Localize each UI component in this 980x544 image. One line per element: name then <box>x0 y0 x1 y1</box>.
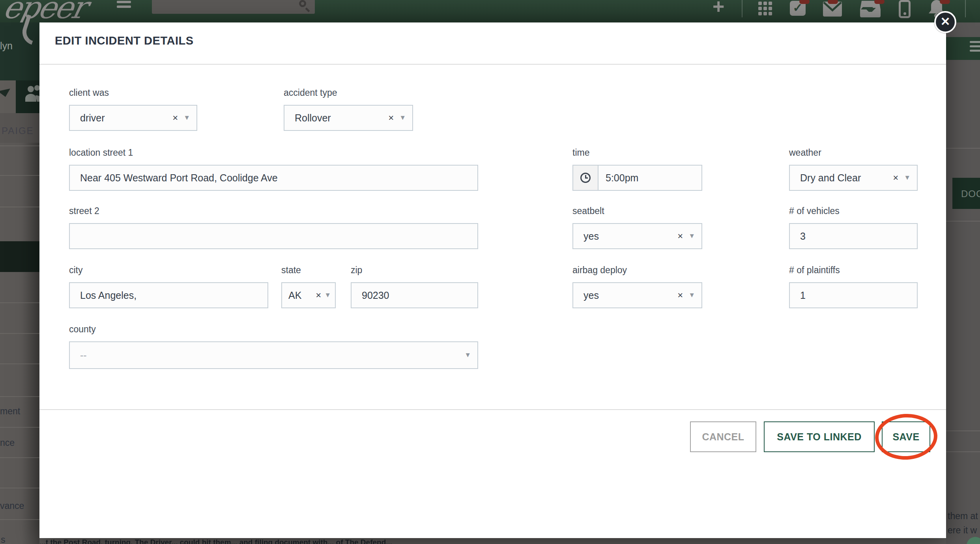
chevron-down-icon[interactable]: ▼ <box>324 291 331 299</box>
clear-icon[interactable]: × <box>893 172 898 183</box>
app-logo: epeer <box>0 0 89 22</box>
clear-icon[interactable]: × <box>388 112 394 123</box>
right-divider <box>946 148 980 149</box>
background-body-text: them at <box>948 511 978 522</box>
sidebar-divider <box>0 457 39 458</box>
time-input[interactable]: 5:00pm <box>572 165 702 191</box>
city-label: city <box>69 265 83 276</box>
notification-badge <box>828 0 838 4</box>
sidebar-divider <box>0 207 39 207</box>
background-body-text: ere it w <box>948 525 977 536</box>
sidebar-divider <box>0 396 39 397</box>
client-was-select[interactable]: driver × ▼ <box>69 105 197 131</box>
sidebar-divider <box>0 363 39 364</box>
phone-icon[interactable] <box>899 0 911 18</box>
accident-type-label: accident type <box>284 88 337 98</box>
zip-value: 90230 <box>352 290 477 301</box>
background-document-text: ...t the Post Road, turning. The Driver.… <box>39 538 946 544</box>
notification-badge <box>940 0 950 4</box>
street1-input[interactable]: Near 405 Westward Port Road, Coolidge Av… <box>69 165 478 191</box>
plaintiffs-value: 1 <box>790 290 917 301</box>
seatbelt-label: seatbelt <box>572 206 604 216</box>
right-divider <box>946 430 980 431</box>
sidebar-item[interactable]: ment <box>0 406 20 417</box>
time-value: 5:00pm <box>598 172 701 184</box>
people-icon[interactable] <box>25 85 41 102</box>
airbag-label: airbag deploy <box>572 265 627 276</box>
chevron-down-icon[interactable]: ▼ <box>688 291 695 299</box>
right-page-background <box>946 22 980 544</box>
sidebar-divider <box>0 427 39 428</box>
city-value: Los Angeles, <box>70 290 267 301</box>
sidebar <box>0 143 39 544</box>
airbag-value: yes <box>573 290 677 301</box>
hamburger-icon[interactable] <box>117 1 131 8</box>
clear-icon[interactable]: × <box>677 231 683 242</box>
modal-footer-divider <box>39 409 946 410</box>
docs-tab-label: DOC <box>961 188 980 199</box>
airbag-select[interactable]: yes × ▼ <box>572 282 702 308</box>
weather-value: Dry and Clear <box>790 172 893 184</box>
sidebar-item[interactable]: vance <box>0 501 24 511</box>
right-divider <box>946 451 980 452</box>
city-input[interactable]: Los Angeles, <box>69 282 268 308</box>
accident-type-value: Rollover <box>284 112 388 124</box>
save-to-linked-button[interactable]: SAVE TO LINKED <box>764 421 875 452</box>
annotation-circle <box>874 412 939 461</box>
search-input[interactable] <box>152 0 315 14</box>
active-tab-partial[interactable] <box>0 80 16 113</box>
chevron-down-icon[interactable]: ▼ <box>464 351 471 359</box>
background-document-strip: ...t the Post Road, turning. The Driver.… <box>39 537 946 544</box>
screen: epeer + ✓ ly <box>0 0 980 544</box>
tab-paige[interactable]: PAIGE <box>2 125 34 136</box>
clear-icon[interactable]: × <box>677 290 683 301</box>
vehicles-value: 3 <box>790 231 917 242</box>
clock-icon-cell[interactable] <box>573 166 598 190</box>
app-header: epeer + ✓ <box>0 0 980 22</box>
seatbelt-select[interactable]: yes × ▼ <box>572 223 702 249</box>
clear-icon[interactable]: × <box>316 290 321 301</box>
time-label: time <box>572 147 589 158</box>
client-was-label: client was <box>69 88 109 98</box>
vehicles-input[interactable]: 3 <box>789 223 918 249</box>
street2-label: street 2 <box>69 206 99 216</box>
sidebar-item[interactable]: nce <box>0 438 15 448</box>
cancel-button[interactable]: CANCEL <box>690 421 756 452</box>
modal-header-divider <box>39 64 946 65</box>
clock-icon <box>580 173 591 183</box>
notification-badge <box>874 0 885 4</box>
state-value: AK <box>282 290 316 301</box>
chevron-down-icon[interactable]: ▼ <box>399 114 406 122</box>
menu-icon[interactable] <box>970 41 980 52</box>
zip-input[interactable]: 90230 <box>351 282 478 308</box>
edit-incident-details-modal: EDIT INCIDENT DETAILS client was driver … <box>39 22 946 538</box>
accident-type-select[interactable]: Rollover × ▼ <box>284 105 413 131</box>
zip-label: zip <box>351 265 362 276</box>
chevron-down-icon[interactable]: ▼ <box>904 174 911 182</box>
street2-input[interactable] <box>69 223 478 249</box>
county-select[interactable]: -- ▼ <box>69 341 478 369</box>
header-divider <box>742 0 742 17</box>
plaintiffs-label: # of plaintiffs <box>789 265 840 276</box>
plus-icon[interactable]: + <box>713 0 724 18</box>
state-label: state <box>281 265 301 276</box>
search-icon <box>299 0 306 7</box>
grid-icon[interactable] <box>758 2 772 15</box>
sidebar-divider <box>0 302 39 303</box>
chevron-down-icon[interactable]: ▼ <box>688 232 695 240</box>
close-icon[interactable]: ✕ <box>934 11 956 33</box>
header-divider <box>965 0 966 17</box>
weather-label: weather <box>789 147 821 158</box>
chevron-down-icon[interactable]: ▼ <box>183 114 190 122</box>
county-label: county <box>69 324 96 335</box>
sidebar-item[interactable]: s <box>1 535 6 544</box>
sidebar-divider <box>0 175 39 176</box>
vehicles-label: # of vehicles <box>789 206 840 216</box>
sidebar-item-selected[interactable] <box>0 241 39 272</box>
weather-select[interactable]: Dry and Clear × ▼ <box>789 165 918 191</box>
state-select[interactable]: AK × ▼ <box>281 282 336 308</box>
notification-badge <box>799 0 810 4</box>
plaintiffs-input[interactable]: 1 <box>789 282 918 308</box>
street1-value: Near 405 Westward Port Road, Coolidge Av… <box>70 172 477 184</box>
clear-icon[interactable]: × <box>172 112 178 123</box>
